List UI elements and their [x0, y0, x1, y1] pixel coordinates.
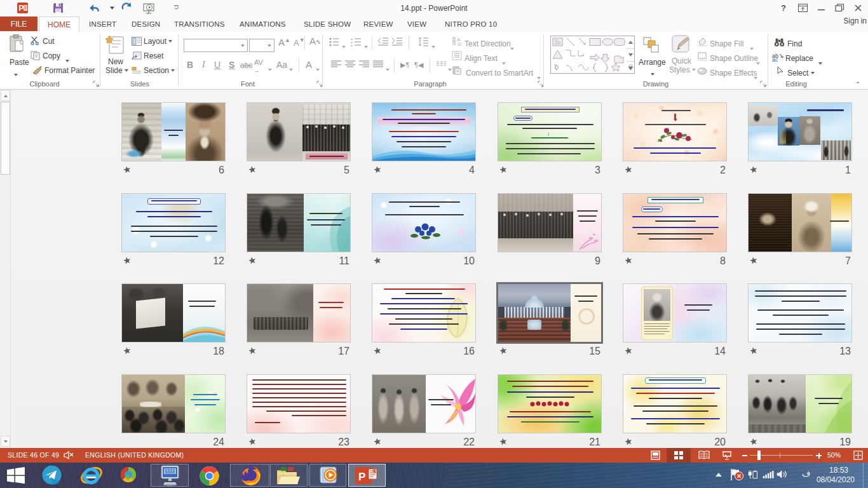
- svg-text:ac: ac: [772, 57, 778, 62]
- svg-text:A: A: [457, 37, 461, 43]
